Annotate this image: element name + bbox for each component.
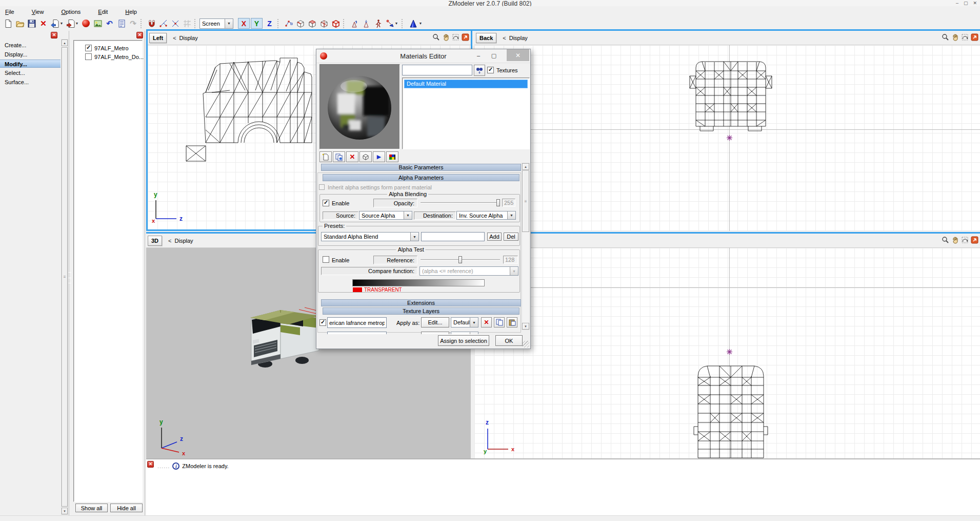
new-material-icon[interactable] [319,151,332,162]
menu-view[interactable]: View [30,8,46,16]
scroll-down-icon[interactable]: ▼ [522,323,529,330]
sidebar-item-modify[interactable]: Modify... [0,60,61,68]
zoom-view-icon[interactable] [432,33,440,41]
window-close-icon[interactable]: ✕ [973,1,977,6]
texture-edit-button[interactable]: Edit... [421,317,449,327]
compare-function-dropdown[interactable]: (alpha <= reference)▼ [419,266,518,276]
select-edges-mode-icon[interactable] [294,18,306,29]
texture-paste-icon[interactable] [507,317,517,327]
viewport-bottom-right[interactable]: z x y [474,234,980,458]
viewport-name-button[interactable]: 3D [148,236,162,246]
viewport-back[interactable]: Back < Display [474,31,980,231]
materials-editor-dialog[interactable]: Materials Editor – ▢ ✕ [316,49,531,349]
viewport-display-menu[interactable]: Display [179,35,198,41]
animation-walk-icon[interactable] [372,18,384,29]
material-preview[interactable] [319,64,400,149]
object-checkbox[interactable]: ✓ [85,45,92,51]
zoom-view-icon[interactable] [942,236,949,244]
delete-icon[interactable]: ✕ [37,18,49,29]
pan-hand-icon[interactable] [951,33,959,41]
alpha-test-enable-checkbox[interactable] [323,256,329,263]
find-material-icon[interactable] [474,65,485,76]
dialog-maximize-icon[interactable]: ▢ [487,50,501,61]
primitives-icon[interactable]: ▼ [407,18,424,29]
axis-y-button[interactable]: Y [251,18,263,29]
preset-name-input[interactable] [421,232,485,241]
texture-browser-icon[interactable] [92,18,104,29]
snap-edge-icon[interactable] [169,18,181,29]
window-maximize-icon[interactable]: ▢ [964,1,968,6]
viewport-display-menu[interactable]: Display [509,35,528,41]
notes-icon[interactable] [115,18,127,29]
magnet-snap-icon[interactable] [146,18,157,29]
object-label[interactable]: 97ALF_Metro [94,45,129,51]
scrollbar-thumb[interactable]: ≡ [62,47,68,507]
object-panel-close-icon[interactable]: ✕ [136,32,143,38]
copy-material-icon[interactable] [333,151,345,162]
sidebar-item-surface[interactable]: Surface... [0,78,61,86]
object-checkbox[interactable] [85,53,92,60]
select-objects-mode-icon[interactable] [330,18,342,29]
material-list[interactable]: Default Material [402,78,530,149]
undo-icon[interactable]: ↶ [104,18,115,29]
select-polygons-mode-icon[interactable] [318,18,330,29]
save-icon[interactable] [26,18,37,29]
inherit-alpha-checkbox[interactable] [319,184,325,190]
scrollbar-thumb[interactable]: ≡ [522,170,529,232]
show-all-button[interactable]: Show all [75,504,108,512]
axis-x-button[interactable]: X [238,18,250,29]
section-extensions[interactable]: Extensions [321,299,521,306]
select-vertices-mode-icon[interactable] [283,18,294,29]
texture-delete-icon[interactable]: ✕ [481,317,492,327]
preview-object-icon[interactable] [359,151,372,162]
menu-options[interactable]: Options [59,8,83,16]
snap-vertex-icon[interactable] [157,18,169,29]
sidebar-item-create[interactable]: Create... [0,41,61,49]
materials-editor-icon[interactable] [80,18,92,29]
log-panel-close-icon[interactable]: ✕ [147,461,154,468]
command-panel-scrollbar[interactable]: ▲ ≡ ▼ [61,39,68,515]
window-minimize-icon[interactable]: – [956,1,958,6]
import-icon[interactable]: ▼ [65,18,80,29]
maximize-viewport-icon[interactable] [462,33,469,41]
destination-dropdown[interactable]: Inv. Source Alpha▼ [456,211,516,220]
maximize-viewport-icon[interactable] [971,236,978,244]
zoom-view-icon[interactable] [942,33,949,41]
extrude-up-icon[interactable] [348,18,360,29]
object-row-97alf-metro-do[interactable]: 97ALF_Metro_Do... [85,52,141,61]
new-file-icon[interactable] [2,18,14,29]
reference-slider[interactable] [421,256,500,263]
snap-grid-icon[interactable] [181,18,193,29]
scroll-up-icon[interactable]: ▲ [62,40,68,46]
texture-layer-checkbox[interactable]: ✓ [319,319,326,326]
presets-dropdown[interactable]: Standard Alpha Blend▼ [321,232,419,241]
dropdown-arrow-icon[interactable]: ▼ [225,19,233,28]
material-list-item-selected[interactable]: Default Material [404,80,528,88]
export-icon[interactable]: ▼ [49,18,65,29]
redo-icon[interactable]: ↷ [127,18,139,29]
delete-material-icon[interactable]: ✕ [346,151,358,162]
viewport-bottom-right-canvas[interactable]: z x y [474,248,980,458]
select-faces-mode-icon[interactable] [306,18,318,29]
coordinate-space-dropdown[interactable]: Screen▼ [199,18,233,29]
texture-copy-icon[interactable] [494,317,505,327]
palette-icon[interactable] [386,151,398,162]
dialog-resize-grip[interactable] [523,341,529,348]
texture-layer-name-input[interactable] [327,317,387,328]
object-row-97alf-metro[interactable]: ✓ 97ALF_Metro [85,44,141,52]
material-search-input[interactable] [402,65,472,75]
dialog-minimize-icon[interactable]: – [472,50,485,61]
texture-mode-dropdown[interactable]: Default▼ [451,317,478,327]
axis-z-button[interactable]: Z [264,18,275,29]
texture-layer2-name-input[interactable] [327,332,387,334]
pan-hand-icon[interactable] [951,236,959,244]
open-file-icon[interactable] [14,18,26,29]
texture-layer2-mode-dropdown[interactable]: ▼ [451,332,478,334]
extrude-down-icon[interactable] [360,18,372,29]
command-panel-close-icon[interactable]: ✕ [51,32,57,38]
alpha-blending-enable-checkbox[interactable]: ✓ [323,200,329,206]
source-dropdown[interactable]: Source Alpha▼ [359,211,412,220]
viewport-name-button[interactable]: Back [476,33,496,43]
rotate-view-icon[interactable] [452,33,459,41]
ok-button[interactable]: OK [495,335,523,346]
